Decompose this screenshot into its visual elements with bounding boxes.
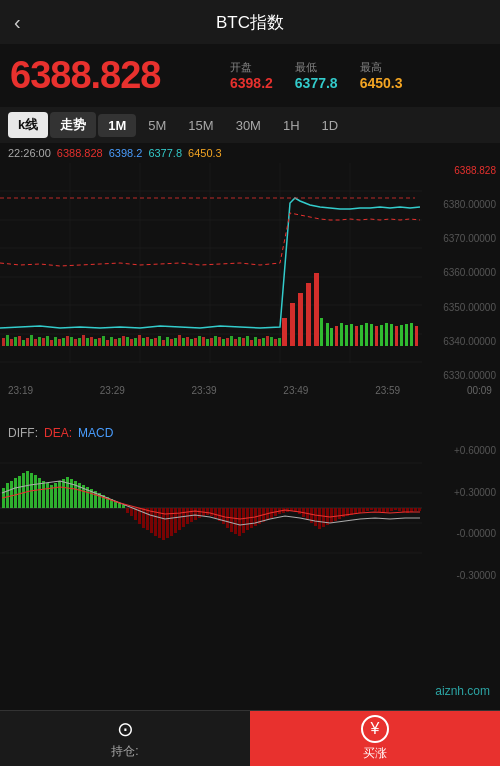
svg-rect-124 (46, 483, 49, 508)
header: ‹ BTC指数 (0, 0, 500, 44)
svg-rect-196 (334, 508, 337, 521)
macd-y-1: +0.60000 (426, 445, 496, 456)
svg-rect-30 (74, 339, 77, 346)
svg-rect-52 (162, 340, 165, 346)
svg-rect-64 (210, 338, 213, 346)
tab-kline[interactable]: k线 (8, 112, 48, 138)
svg-rect-68 (226, 338, 229, 346)
svg-rect-82 (282, 318, 287, 346)
svg-rect-79 (270, 337, 273, 346)
svg-rect-203 (362, 508, 365, 512)
svg-rect-54 (170, 339, 173, 346)
nav-hold[interactable]: ⊙ 持仓: (0, 711, 250, 766)
chart-v2: 6398.2 (109, 147, 143, 159)
svg-rect-172 (238, 508, 241, 536)
svg-rect-24 (50, 340, 53, 346)
high-price-stat: 最高 6450.3 (360, 60, 403, 91)
svg-rect-34 (90, 337, 93, 346)
svg-rect-205 (370, 508, 373, 510)
bottom-nav: ⊙ 持仓: ¥ 买涨 (0, 710, 500, 766)
tab-1d[interactable]: 1D (312, 114, 349, 137)
svg-rect-62 (202, 337, 205, 346)
svg-rect-210 (390, 508, 393, 511)
svg-rect-73 (246, 336, 249, 346)
tab-trend[interactable]: 走势 (50, 112, 96, 138)
svg-rect-95 (360, 325, 363, 346)
svg-rect-15 (14, 337, 17, 346)
svg-rect-94 (355, 326, 358, 346)
y-axis-2: 6370.00000 (426, 233, 496, 244)
nav-buy[interactable]: ¥ 买涨 (250, 711, 500, 766)
x-label-3: 23:39 (192, 385, 217, 399)
tab-30m[interactable]: 30M (226, 114, 271, 137)
svg-rect-14 (10, 339, 13, 346)
svg-rect-85 (306, 283, 311, 346)
svg-rect-77 (262, 338, 265, 346)
svg-rect-51 (158, 336, 161, 346)
macd-y-4: -0.30000 (426, 570, 496, 581)
y-axis-top: 6388.828 (426, 165, 496, 176)
svg-rect-84 (298, 293, 303, 346)
price-chart-svg (0, 163, 422, 363)
y-axis-3: 6360.00000 (426, 267, 496, 278)
low-label: 最低 (295, 60, 317, 75)
svg-rect-60 (194, 338, 197, 346)
svg-rect-105 (410, 323, 413, 346)
svg-rect-80 (274, 339, 277, 346)
chart-svg-area (0, 163, 422, 383)
svg-rect-207 (378, 508, 381, 512)
svg-rect-88 (326, 323, 329, 346)
svg-rect-192 (318, 508, 321, 529)
svg-rect-20 (34, 339, 37, 346)
svg-rect-48 (146, 337, 149, 346)
tab-1h[interactable]: 1H (273, 114, 310, 137)
svg-rect-103 (400, 325, 403, 346)
macd-chart-svg (0, 443, 422, 573)
tabs-row: k线 走势 1M 5M 15M 30M 1H 1D (0, 107, 500, 143)
svg-rect-170 (230, 508, 233, 532)
svg-rect-53 (166, 337, 169, 346)
svg-rect-215 (410, 508, 413, 512)
svg-rect-204 (366, 508, 369, 511)
macd-chart: +0.60000 +0.30000 -0.00000 -0.30000 (0, 443, 500, 583)
svg-rect-39 (110, 337, 113, 346)
svg-rect-101 (390, 324, 393, 346)
svg-rect-155 (170, 508, 173, 536)
svg-rect-206 (374, 508, 377, 511)
tab-1m[interactable]: 1M (98, 114, 136, 137)
svg-rect-145 (130, 508, 133, 516)
macd-y-2: +0.30000 (426, 487, 496, 498)
back-button[interactable]: ‹ (14, 11, 21, 34)
macd-label-bar: DIFF: DEA: MACD (0, 423, 500, 443)
svg-rect-67 (222, 339, 225, 346)
svg-rect-86 (314, 273, 319, 346)
svg-rect-187 (298, 508, 301, 514)
svg-rect-158 (182, 508, 185, 527)
svg-rect-197 (338, 508, 341, 519)
svg-rect-123 (42, 481, 45, 508)
y-axis: 6388.828 6380.00000 6370.00000 6360.0000… (422, 163, 500, 383)
svg-rect-33 (86, 338, 89, 346)
svg-rect-92 (345, 325, 348, 346)
svg-rect-98 (375, 326, 378, 346)
y-axis-1: 6380.00000 (426, 199, 496, 210)
svg-rect-217 (418, 508, 421, 511)
svg-rect-56 (178, 335, 181, 346)
svg-rect-55 (174, 338, 177, 346)
svg-rect-102 (395, 326, 398, 346)
main-chart: 6388.828 6380.00000 6370.00000 6360.0000… (0, 163, 500, 383)
price-row: 6388.828 开盘 6398.2 最低 6377.8 最高 6450.3 (0, 44, 500, 107)
open-value: 6398.2 (230, 75, 273, 91)
macd-y-axis: +0.60000 +0.30000 -0.00000 -0.30000 (422, 443, 500, 583)
svg-rect-37 (102, 336, 105, 346)
chart-v4: 6450.3 (188, 147, 222, 159)
svg-rect-74 (250, 340, 253, 346)
svg-rect-148 (142, 508, 145, 528)
svg-rect-127 (58, 481, 61, 508)
svg-rect-126 (54, 483, 57, 508)
tab-15m[interactable]: 15M (178, 114, 223, 137)
svg-rect-161 (194, 508, 197, 520)
open-label: 开盘 (230, 60, 252, 75)
chart-v3: 6377.8 (148, 147, 182, 159)
tab-5m[interactable]: 5M (138, 114, 176, 137)
